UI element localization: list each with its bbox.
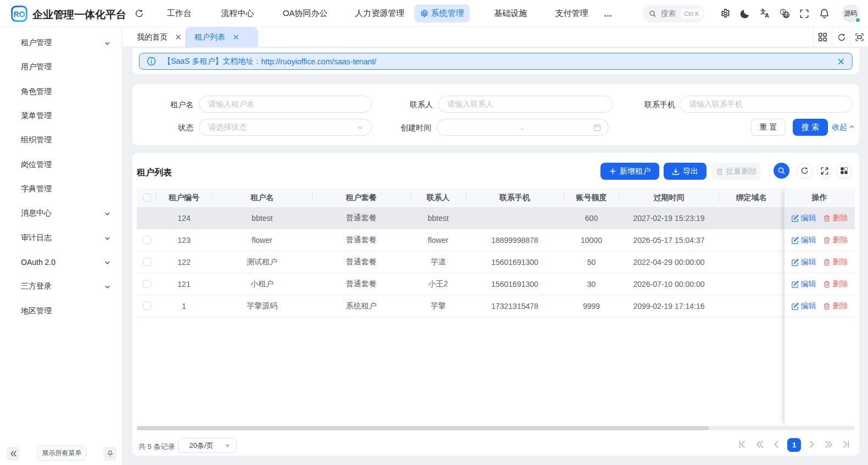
svg-text:A: A: [765, 12, 769, 19]
svg-text:RO: RO: [13, 10, 25, 19]
